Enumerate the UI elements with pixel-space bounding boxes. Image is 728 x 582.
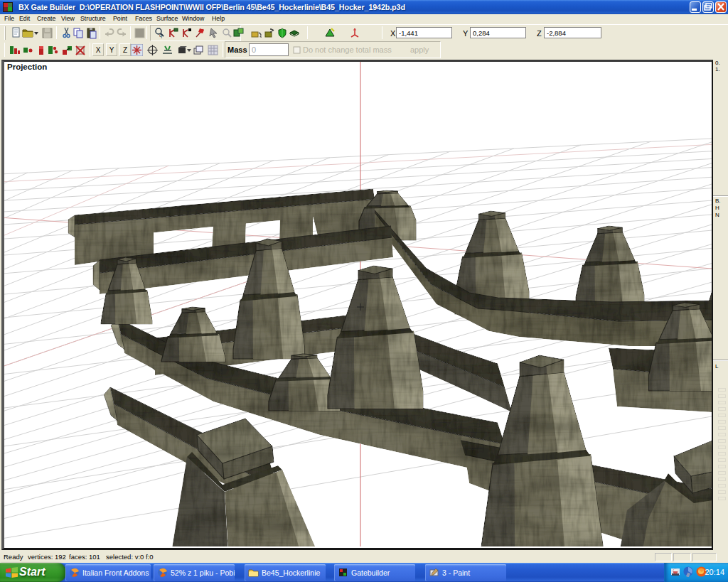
svg-text:q: q [159, 33, 162, 38]
